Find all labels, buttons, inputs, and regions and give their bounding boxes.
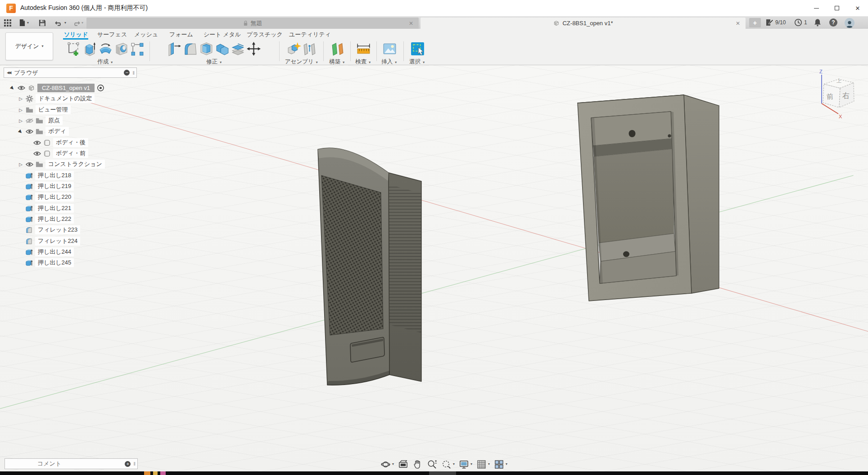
revolve-icon[interactable] (98, 41, 113, 56)
tree-item-label[interactable]: CZ-8BS1_open v1 (37, 84, 95, 92)
save-button[interactable] (39, 17, 46, 29)
tree-row-feature[interactable]: 押し出し245 (25, 257, 74, 268)
group-label-select[interactable]: 選択 ▼ (405, 58, 429, 66)
tree-item-label[interactable]: 押し出し245 (35, 258, 74, 267)
browser-header[interactable]: ◀◀ ブラウザ − ‖ (4, 67, 137, 78)
tree-item-label[interactable]: 原点 (45, 116, 63, 125)
panel-minus-icon[interactable]: − (124, 70, 130, 76)
tree-row-root[interactable]: ▶ CZ-8BS1_open v1 (10, 82, 104, 93)
pan-button[interactable] (412, 459, 423, 470)
group-label-construct[interactable]: 構築 ▼ (326, 58, 348, 66)
body-front-cover[interactable] (308, 139, 428, 391)
press-pull-icon[interactable] (167, 41, 182, 56)
expand-closed-icon[interactable]: ▷ (18, 162, 23, 167)
zoom-button[interactable] (427, 459, 437, 470)
grid-settings-button[interactable]: ▾ (476, 459, 490, 470)
tree-item-label[interactable]: ボディ・前 (53, 149, 88, 158)
screw-hole-top[interactable] (629, 130, 636, 137)
tree-row-construction[interactable]: ▷ コンストラクション (18, 159, 105, 170)
group-label-modify[interactable]: 修正 ▼ (152, 58, 276, 66)
screw-hole-bottom[interactable] (623, 251, 629, 257)
tree-row-feature[interactable]: 押し出し244 (25, 246, 74, 257)
ribbon-tab-sheetmetal[interactable]: シート メタル (203, 31, 241, 39)
combine-icon[interactable] (215, 41, 230, 56)
tree-row-feature[interactable]: 押し出し218 (25, 170, 74, 181)
extrude-icon[interactable] (82, 41, 97, 56)
look-at-button[interactable] (398, 459, 408, 470)
hole-icon[interactable] (114, 41, 129, 56)
new-document-tab-button[interactable]: + (749, 18, 761, 27)
move-copy-icon[interactable] (246, 41, 261, 56)
visibility-eye-icon[interactable] (33, 139, 41, 147)
tree-item-label[interactable]: 押し出し222 (35, 215, 74, 224)
panel-resize-grip[interactable]: ‖ (132, 70, 135, 76)
pending-actions-button[interactable]: 1 (794, 18, 807, 27)
tree-row-feature[interactable]: 押し出し221 (25, 203, 74, 214)
tree-item-label[interactable]: コンストラクション (45, 160, 105, 169)
measure-icon[interactable] (356, 41, 371, 56)
tree-item-label[interactable]: 押し出し220 (35, 193, 74, 202)
viewports-caret-icon[interactable]: ▾ (506, 462, 507, 466)
ribbon-tab-solid[interactable]: ソリッド (64, 31, 88, 39)
job-status-button[interactable]: 9/10 (765, 18, 786, 27)
workspace-selector[interactable]: デザイン ▾ (5, 32, 53, 60)
maximize-button[interactable] (827, 0, 847, 16)
visibility-eye-icon[interactable] (26, 161, 33, 168)
fit-caret-icon[interactable]: ▾ (453, 462, 455, 466)
group-label-inspect[interactable]: 検査 ▼ (352, 58, 375, 66)
comment-bar[interactable]: コメント + ‖ (5, 458, 138, 469)
tree-row-feature[interactable]: フィレット223 (25, 224, 80, 235)
undo-button[interactable]: ▾ (55, 17, 66, 29)
tree-row-body-rear[interactable]: ボディ・後 (33, 137, 88, 148)
tree-item-label[interactable]: ボディ (45, 127, 69, 136)
tab-close-icon[interactable]: ✕ (409, 20, 413, 27)
app-grid-menu-button[interactable] (4, 17, 12, 29)
collapse-panel-icon[interactable]: ◀◀ (7, 71, 10, 75)
close-button[interactable]: ✕ (847, 0, 868, 16)
fit-button[interactable]: ▾ (441, 459, 455, 470)
view-cube[interactable]: Z X 上 前 右 (810, 68, 864, 120)
visibility-eye-icon[interactable] (26, 128, 33, 135)
cover-grille-texture[interactable] (321, 175, 383, 335)
tree-row-origin[interactable]: ▷ 原点 (18, 115, 63, 126)
tree-item-label[interactable]: フィレット223 (35, 225, 80, 234)
group-label-insert[interactable]: 挿入 ▼ (378, 58, 401, 66)
activate-component-radio-icon[interactable] (97, 84, 104, 92)
tree-item-label[interactable]: 押し出し244 (35, 247, 74, 256)
visibility-off-eye-icon[interactable] (26, 117, 33, 125)
tree-row-document-settings[interactable]: ▷ ドキュメントの設定 (18, 93, 95, 104)
create-sketch-icon[interactable] (67, 41, 81, 56)
display-settings-button[interactable]: ▾ (459, 459, 472, 470)
ribbon-tab-utilities[interactable]: ユーティリティ (289, 31, 331, 39)
orbit-button[interactable]: ▾ (380, 459, 394, 470)
visibility-eye-icon[interactable] (18, 84, 25, 92)
ribbon-tab-form[interactable]: フォーム (169, 31, 193, 39)
display-caret-icon[interactable]: ▾ (470, 462, 472, 466)
file-menu-button[interactable]: ▾ (19, 17, 29, 29)
tree-row-feature[interactable]: 押し出し219 (25, 181, 74, 192)
shell-icon[interactable] (199, 41, 214, 56)
tree-item-label[interactable]: 押し出し219 (35, 182, 74, 191)
expand-closed-icon[interactable]: ▷ (18, 118, 23, 123)
expand-open-icon[interactable]: ▶ (17, 128, 24, 135)
select-icon[interactable] (410, 41, 425, 56)
ribbon-tab-plastic[interactable]: プラスチック (247, 31, 283, 39)
tree-item-label[interactable]: フィレット224 (35, 237, 80, 246)
orbit-caret-icon[interactable]: ▾ (392, 462, 394, 466)
grid-caret-icon[interactable]: ▾ (488, 462, 490, 466)
tree-row-feature[interactable]: 押し出し222 (25, 214, 74, 224)
tree-row-feature[interactable]: フィレット224 (25, 236, 80, 246)
expand-open-icon[interactable]: ▶ (9, 84, 16, 91)
comment-resize-grip[interactable]: ‖ (133, 461, 136, 466)
insert-image-icon[interactable] (382, 41, 397, 56)
construct-plane-icon[interactable] (330, 41, 345, 56)
expand-closed-icon[interactable]: ▷ (18, 96, 23, 101)
user-avatar[interactable] (845, 18, 854, 28)
title-bar[interactable]: F Autodesk Fusion 360 (個人用 - 商用利用不可) ✕ (0, 0, 868, 17)
tree-row-body-front[interactable]: ボディ・前 (33, 148, 88, 159)
minimize-button[interactable] (806, 0, 827, 16)
group-label-assemble[interactable]: アセンブリ ▼ (282, 58, 321, 66)
ribbon-tab-mesh[interactable]: メッシュ (134, 31, 158, 39)
case-back-wall[interactable] (594, 149, 674, 243)
viewport-3d[interactable]: Z X 上 前 右 ◀◀ ブラウザ − ‖ (0, 65, 868, 471)
